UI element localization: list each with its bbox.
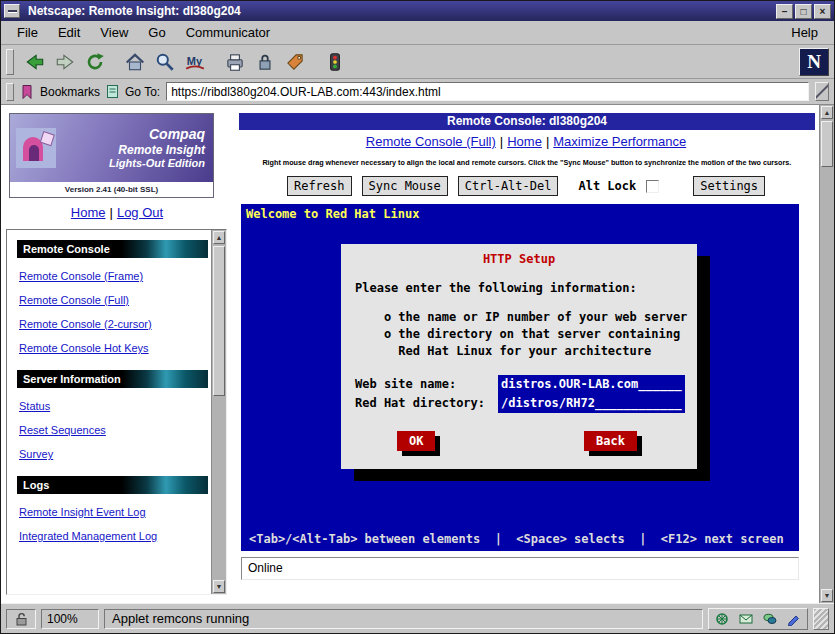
my-netscape-icon: My [184,51,206,73]
sidebar-scrollbar[interactable]: ▲ ▼ [211,230,226,594]
minimize-button[interactable]: – [776,4,793,19]
shop-button[interactable] [280,48,310,76]
print-button[interactable] [220,48,250,76]
console-banner: Welcome to Red Hat Linux [246,207,419,221]
separator: | [500,134,503,149]
dialog-bullet-2: o the directory on that server containin… [341,326,697,343]
sidebar-item-status[interactable]: Status [19,400,211,412]
search-icon [154,51,176,73]
session-links: Home|Log Out [1,205,233,220]
link-remote-console-full[interactable]: Remote Console (Full) [366,134,496,149]
menubar: File Edit View Go Communicator Help [1,21,834,45]
mailbox-button[interactable] [735,610,757,628]
sidebar-item-reset-sequences[interactable]: Reset Sequences [19,424,211,436]
logout-link[interactable]: Log Out [117,205,163,220]
search-button[interactable] [150,48,180,76]
refresh-button[interactable]: Refresh [287,176,352,196]
navigator-button[interactable] [711,610,733,628]
back-dialog-button[interactable]: Back [584,431,637,451]
scrollbar-thumb[interactable] [821,121,833,167]
shop-icon [284,51,306,73]
link-home[interactable]: Home [507,134,542,149]
security-button[interactable] [250,48,280,76]
security-status[interactable] [6,609,36,629]
composer-icon [786,612,802,626]
lights-out-art-icon [15,125,61,171]
home-link[interactable]: Home [71,205,106,220]
section-server-information: Server Information [17,370,208,388]
dialog-title: HTTP Setup [341,252,697,266]
location-bar-grip[interactable] [6,83,14,101]
url-input[interactable] [166,82,809,101]
home-button[interactable] [120,48,150,76]
progress-indicator: 100% [41,609,99,629]
location-page-icon[interactable] [106,84,119,99]
menu-communicator[interactable]: Communicator [176,22,281,43]
sidebar-item-remote-console-frame[interactable]: Remote Console (Frame) [19,270,211,282]
netscape-logo-icon[interactable]: N [799,48,829,76]
directory-input[interactable]: /distros/RH72____________ [498,394,685,413]
stop-button[interactable] [320,48,350,76]
dialog-bullet-2-cont: Red Hat Linux for your architecture [341,343,697,360]
scroll-down-icon[interactable]: ▼ [821,589,833,602]
close-button[interactable]: × [814,4,831,19]
forward-button[interactable] [50,48,80,76]
back-button[interactable] [20,48,50,76]
directory-field-row: Red Hat directory:/distros/RH72_________… [355,394,697,413]
settings-button[interactable]: Settings [693,176,765,196]
sync-mouse-button[interactable]: Sync Mouse [362,176,448,196]
sidebar-item-survey[interactable]: Survey [19,448,211,460]
menu-edit[interactable]: Edit [48,22,90,43]
http-setup-dialog: HTTP Setup Please enter the following in… [341,244,697,469]
navigation-toolbar: My N [1,45,834,79]
sidebar-item-remote-console-full[interactable]: Remote Console (Full) [19,294,211,306]
related-toggle-icon[interactable] [815,82,829,101]
stop-icon [324,51,346,73]
menu-view[interactable]: View [90,22,138,43]
bookmarks-menu[interactable]: Bookmarks [40,85,100,99]
goto-label: Go To: [125,85,160,99]
component-bar [708,608,808,630]
remote-console-screen[interactable]: Welcome to Red Hat Linux HTTP Setup Plea… [241,204,799,551]
sidebar-item-remote-console-2cursor[interactable]: Remote Console (2-cursor) [19,318,211,330]
main-frame: Remote Console: dl380g204 Remote Console… [233,105,834,603]
discussions-icon [762,612,778,626]
status-text: Applet remcons running [112,611,249,626]
drag-grip[interactable] [813,608,829,630]
scroll-up-icon[interactable]: ▲ [821,106,833,119]
progress-value: 100% [47,612,78,626]
ok-button[interactable]: OK [397,431,435,451]
window-menu-icon[interactable] [4,4,20,18]
menu-file[interactable]: File [7,22,48,43]
link-maximize-performance[interactable]: Maximize Performance [553,134,686,149]
reload-button[interactable] [80,48,110,76]
sidebar: Compaq Remote Insight Lights-Out Edition… [1,105,233,603]
discussions-button[interactable] [759,610,781,628]
composer-button[interactable] [783,610,805,628]
website-input[interactable]: distros.OUR-LAB.com______ [498,375,685,394]
sidebar-item-remote-console-hotkeys[interactable]: Remote Console Hot Keys [19,342,211,354]
alt-lock-checkbox[interactable] [646,180,659,193]
page-title: Remote Console: dl380g204 [239,113,815,130]
my-netscape-button[interactable]: My [180,48,210,76]
sidebar-item-event-log[interactable]: Remote Insight Event Log [19,506,211,518]
menu-go[interactable]: Go [138,22,175,43]
scrollbar-thumb[interactable] [213,246,225,396]
back-icon [24,51,46,73]
toolbar-grip[interactable] [6,49,14,75]
netscape-window: Netscape: Remote Insight: dl380g204 – □ … [0,0,835,634]
scroll-up-icon[interactable]: ▲ [213,231,225,244]
compaq-logo: Compaq Remote Insight Lights-Out Edition… [9,113,214,198]
titlebar[interactable]: Netscape: Remote Insight: dl380g204 – □ … [1,1,834,21]
padlock-icon [15,612,28,626]
applet-online-status: Online [241,557,799,580]
section-remote-console: Remote Console [17,240,208,258]
scroll-down-icon[interactable]: ▼ [213,580,225,593]
ctrl-alt-del-button[interactable]: Ctrl-Alt-Del [458,176,559,196]
menu-help[interactable]: Help [781,22,828,43]
main-scrollbar[interactable]: ▲ ▼ [819,105,834,603]
maximize-button[interactable]: □ [795,4,812,19]
status-message: Applet remcons running [104,609,703,629]
statusbar: 100% Applet remcons running [1,603,834,633]
sidebar-item-integrated-management-log[interactable]: Integrated Management Log [19,530,211,542]
